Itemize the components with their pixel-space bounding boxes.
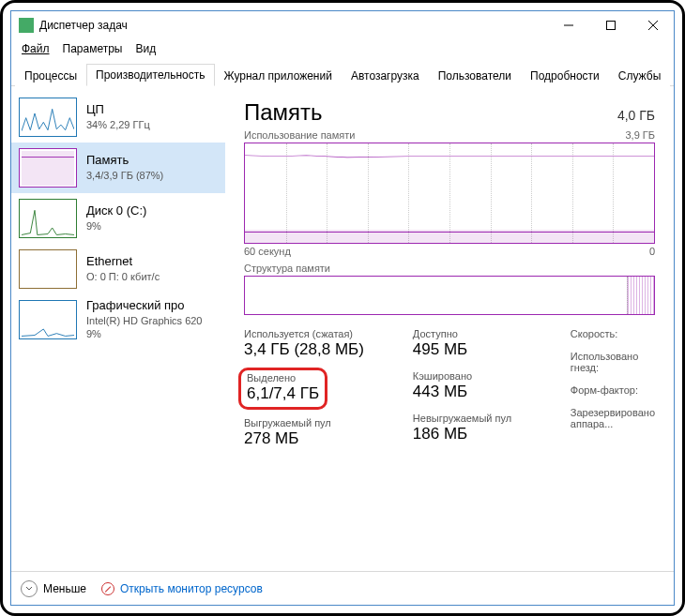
- stat-paged-value: 278 МБ: [244, 429, 394, 448]
- sidebar-gpu-pct: 9%: [86, 327, 203, 340]
- stat-paged-label: Выгружаемый пул: [244, 417, 394, 428]
- app-icon: [19, 18, 34, 33]
- sidebar-disk-sub: 9%: [86, 219, 146, 233]
- sidebar-memory-sub: 3,4/3,9 ГБ (87%): [86, 169, 163, 182]
- sidebar-disk-title: Диск 0 (C:): [86, 203, 146, 219]
- cpu-thumb-icon: [19, 98, 77, 137]
- memory-thumb-icon: [19, 148, 77, 188]
- memory-usage-graph[interactable]: [244, 143, 655, 244]
- highlight-committed: Выделено 6,1/7,4 ГБ: [238, 368, 327, 410]
- svg-rect-1: [606, 22, 615, 30]
- collapse-icon[interactable]: [21, 580, 38, 597]
- sidebar-cpu-title: ЦП: [86, 102, 150, 118]
- tab-strip: Процессы Производительность Журнал прило…: [11, 62, 674, 86]
- stat-speed-label: Скорость:: [571, 328, 655, 339]
- page-title: Память: [244, 99, 323, 126]
- sidebar-ethernet-title: Ethernet: [86, 254, 160, 270]
- tab-app-history[interactable]: Журнал приложений: [215, 65, 342, 86]
- stat-commit-value: 6,1/7,4 ГБ: [247, 384, 319, 403]
- minimize-button[interactable]: [547, 11, 589, 39]
- tab-details[interactable]: Подробности: [521, 65, 609, 86]
- stat-nonpaged-label: Невыгружаемый пул: [413, 413, 552, 424]
- close-button[interactable]: [632, 11, 674, 39]
- resource-monitor-icon: [101, 582, 114, 595]
- disk-thumb-icon: [19, 199, 77, 238]
- usage-graph-label: Использование памяти: [244, 129, 355, 141]
- memory-struct-label: Структура памяти: [244, 263, 330, 274]
- stat-avail-label: Доступно: [413, 328, 552, 339]
- fewer-details-button[interactable]: Меньше: [43, 582, 86, 595]
- gpu-thumb-icon: [19, 300, 77, 339]
- sidebar-ethernet-sub: О: 0 П: 0 кбит/с: [86, 270, 160, 283]
- tab-startup[interactable]: Автозагрузка: [342, 65, 429, 86]
- footer: Меньше Открыть монитор ресурсов: [11, 571, 674, 605]
- stat-inuse-value: 3,4 ГБ (28,8 МБ): [244, 340, 394, 359]
- tab-performance[interactable]: Производительность: [86, 64, 214, 86]
- memory-stats: Используется (сжатая) 3,4 ГБ (28,8 МБ) В…: [244, 328, 655, 448]
- sidebar-gpu-title: Графический про: [86, 298, 203, 314]
- sidebar: ЦП 34% 2,29 ГГц Память 3,4/3,9 ГБ (87%): [11, 86, 225, 571]
- stat-reserved-label: Зарезервировано аппара...: [571, 407, 655, 429]
- xaxis-right: 0: [649, 246, 655, 257]
- usage-graph-max: 3,9 ГБ: [625, 129, 655, 141]
- menu-file[interactable]: Файл: [15, 40, 56, 57]
- task-manager-window: Диспетчер задач Файл Параметры Вид Проце…: [10, 10, 675, 606]
- stat-commit-label: Выделено: [247, 372, 319, 383]
- open-resource-monitor-link[interactable]: Открыть монитор ресурсов: [120, 582, 263, 595]
- xaxis-left: 60 секунд: [244, 246, 291, 257]
- maximize-button[interactable]: [589, 11, 632, 39]
- sidebar-cpu-sub: 34% 2,29 ГГц: [86, 118, 150, 131]
- menu-view[interactable]: Вид: [129, 40, 162, 57]
- menu-options[interactable]: Параметры: [56, 40, 129, 57]
- title-bar[interactable]: Диспетчер задач: [11, 11, 674, 39]
- tab-services[interactable]: Службы: [609, 65, 670, 86]
- stat-cached-value: 443 МБ: [413, 383, 552, 401]
- window-title: Диспетчер задач: [39, 19, 128, 32]
- sidebar-item-gpu[interactable]: Графический про Intel(R) HD Graphics 620…: [11, 294, 225, 345]
- stat-form-label: Форм-фактор:: [571, 384, 655, 396]
- sidebar-item-disk[interactable]: Диск 0 (C:) 9%: [11, 193, 225, 244]
- stat-slots-label: Использовано гнезд:: [571, 351, 655, 373]
- tab-processes[interactable]: Процессы: [15, 65, 86, 86]
- stat-cached-label: Кэшировано: [413, 370, 552, 382]
- sidebar-item-memory[interactable]: Память 3,4/3,9 ГБ (87%): [11, 143, 225, 193]
- stat-inuse-label: Используется (сжатая): [244, 328, 394, 339]
- sidebar-item-cpu[interactable]: ЦП 34% 2,29 ГГц: [11, 92, 225, 143]
- memory-total: 4,0 ГБ: [617, 108, 655, 123]
- sidebar-gpu-sub: Intel(R) HD Graphics 620: [86, 314, 203, 327]
- sidebar-item-ethernet[interactable]: Ethernet О: 0 П: 0 кбит/с: [11, 244, 225, 294]
- ethernet-thumb-icon: [19, 249, 77, 289]
- sidebar-memory-title: Память: [86, 153, 163, 169]
- menu-bar: Файл Параметры Вид: [11, 39, 674, 58]
- svg-rect-4: [22, 151, 74, 186]
- tab-users[interactable]: Пользователи: [429, 65, 521, 86]
- stat-avail-value: 495 МБ: [413, 340, 552, 359]
- stat-nonpaged-value: 186 МБ: [413, 425, 552, 443]
- main-panel: Память 4,0 ГБ Использование памяти 3,9 Г…: [225, 86, 674, 571]
- memory-composition-graph[interactable]: [244, 276, 655, 315]
